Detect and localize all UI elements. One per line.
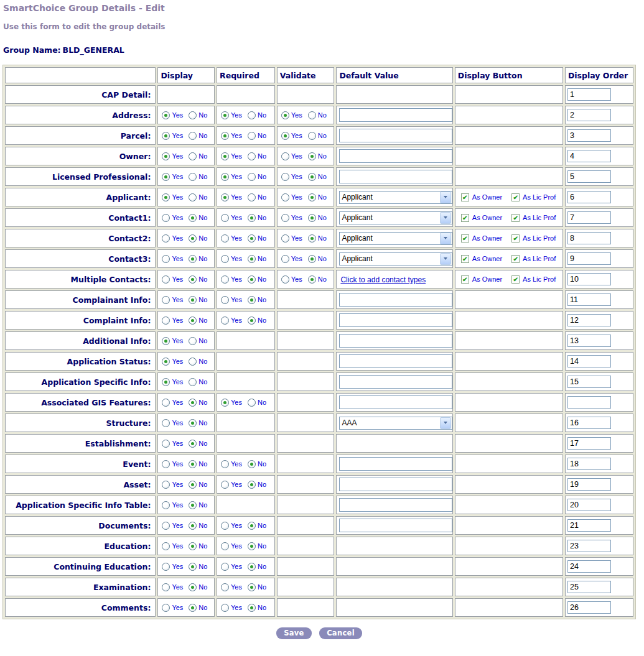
display-order-input[interactable] bbox=[567, 314, 611, 326]
default-value-input[interactable] bbox=[339, 519, 452, 532]
display-no-radio[interactable] bbox=[189, 337, 197, 345]
cancel-button[interactable]: Cancel bbox=[319, 627, 362, 639]
default-value-input[interactable] bbox=[339, 149, 452, 163]
required-no-radio[interactable] bbox=[248, 460, 256, 468]
required-no-radio[interactable] bbox=[248, 399, 256, 407]
display-no-radio[interactable] bbox=[189, 522, 197, 530]
display-yes-radio[interactable] bbox=[162, 234, 170, 243]
display-yes-radio[interactable] bbox=[162, 419, 170, 427]
validate-yes-radio[interactable] bbox=[281, 275, 289, 284]
required-yes-radio[interactable] bbox=[221, 399, 229, 407]
display-order-input[interactable] bbox=[567, 417, 611, 429]
as-owner-checkbox[interactable]: ✔ bbox=[461, 275, 469, 284]
as-lic-prof-checkbox[interactable]: ✔ bbox=[511, 234, 520, 243]
display-no-radio[interactable] bbox=[189, 378, 197, 386]
display-no-radio[interactable] bbox=[189, 460, 197, 468]
display-no-radio[interactable] bbox=[189, 481, 197, 489]
display-yes-radio[interactable] bbox=[162, 399, 170, 407]
validate-yes-radio[interactable] bbox=[281, 111, 289, 119]
default-value-input[interactable] bbox=[339, 478, 452, 491]
required-yes-radio[interactable] bbox=[221, 234, 229, 243]
required-yes-radio[interactable] bbox=[221, 460, 229, 468]
display-no-radio[interactable] bbox=[189, 296, 197, 304]
required-yes-radio[interactable] bbox=[221, 173, 229, 181]
display-no-radio[interactable] bbox=[189, 193, 197, 201]
default-value-input[interactable] bbox=[339, 354, 452, 368]
display-no-radio[interactable] bbox=[189, 275, 197, 284]
validate-yes-radio[interactable] bbox=[281, 234, 289, 243]
default-value-select[interactable]: Applicant bbox=[339, 211, 452, 224]
display-yes-radio[interactable] bbox=[162, 460, 170, 468]
display-order-input[interactable] bbox=[567, 211, 611, 224]
validate-no-radio[interactable] bbox=[308, 193, 316, 201]
display-no-radio[interactable] bbox=[189, 501, 197, 509]
required-no-radio[interactable] bbox=[248, 522, 256, 530]
validate-no-radio[interactable] bbox=[308, 132, 316, 140]
display-order-input[interactable] bbox=[567, 478, 611, 491]
display-yes-radio[interactable] bbox=[162, 111, 170, 119]
as-lic-prof-checkbox[interactable]: ✔ bbox=[511, 193, 520, 201]
display-order-input[interactable] bbox=[567, 519, 611, 532]
display-no-radio[interactable] bbox=[189, 440, 197, 448]
as-owner-checkbox[interactable]: ✔ bbox=[461, 214, 469, 222]
display-yes-radio[interactable] bbox=[162, 378, 170, 386]
required-no-radio[interactable] bbox=[248, 481, 256, 489]
display-yes-radio[interactable] bbox=[162, 214, 170, 222]
display-no-radio[interactable] bbox=[189, 358, 197, 366]
required-no-radio[interactable] bbox=[248, 173, 256, 181]
as-lic-prof-checkbox[interactable]: ✔ bbox=[511, 255, 520, 263]
save-button[interactable]: Save bbox=[276, 627, 312, 639]
required-no-radio[interactable] bbox=[248, 583, 256, 591]
as-owner-checkbox[interactable]: ✔ bbox=[461, 255, 469, 263]
display-yes-radio[interactable] bbox=[162, 337, 170, 345]
required-yes-radio[interactable] bbox=[221, 296, 229, 304]
display-yes-radio[interactable] bbox=[162, 275, 170, 284]
display-order-input[interactable] bbox=[567, 293, 611, 306]
default-value-input[interactable] bbox=[339, 457, 452, 471]
required-no-radio[interactable] bbox=[248, 316, 256, 325]
display-no-radio[interactable] bbox=[189, 563, 197, 571]
required-yes-radio[interactable] bbox=[221, 275, 229, 284]
add-contact-types-link[interactable]: Click to add contact types bbox=[338, 275, 426, 284]
display-order-input[interactable] bbox=[567, 232, 611, 244]
required-no-radio[interactable] bbox=[248, 542, 256, 550]
display-no-radio[interactable] bbox=[189, 111, 197, 119]
display-order-input[interactable] bbox=[567, 355, 611, 367]
required-yes-radio[interactable] bbox=[221, 542, 229, 550]
validate-no-radio[interactable] bbox=[308, 214, 316, 222]
display-yes-radio[interactable] bbox=[162, 481, 170, 489]
required-no-radio[interactable] bbox=[248, 275, 256, 284]
display-yes-radio[interactable] bbox=[162, 152, 170, 160]
default-value-select[interactable]: Applicant bbox=[339, 232, 452, 245]
required-yes-radio[interactable] bbox=[221, 522, 229, 530]
required-no-radio[interactable] bbox=[248, 255, 256, 263]
required-yes-radio[interactable] bbox=[221, 563, 229, 571]
required-no-radio[interactable] bbox=[248, 193, 256, 201]
display-yes-radio[interactable] bbox=[162, 316, 170, 325]
as-owner-checkbox[interactable]: ✔ bbox=[461, 234, 469, 243]
default-value-input[interactable] bbox=[339, 170, 452, 183]
display-order-input[interactable] bbox=[567, 88, 611, 101]
display-no-radio[interactable] bbox=[189, 214, 197, 222]
display-yes-radio[interactable] bbox=[162, 193, 170, 201]
display-yes-radio[interactable] bbox=[162, 583, 170, 591]
display-order-input[interactable] bbox=[567, 109, 611, 121]
display-yes-radio[interactable] bbox=[162, 501, 170, 509]
display-order-input[interactable] bbox=[567, 601, 611, 614]
display-order-input[interactable] bbox=[567, 396, 611, 409]
display-no-radio[interactable] bbox=[189, 316, 197, 325]
required-yes-radio[interactable] bbox=[221, 604, 229, 612]
display-yes-radio[interactable] bbox=[162, 542, 170, 550]
required-yes-radio[interactable] bbox=[221, 255, 229, 263]
display-order-input[interactable] bbox=[567, 437, 611, 450]
required-yes-radio[interactable] bbox=[221, 111, 229, 119]
display-order-input[interactable] bbox=[567, 335, 611, 347]
display-no-radio[interactable] bbox=[189, 152, 197, 160]
display-order-input[interactable] bbox=[567, 458, 611, 470]
required-no-radio[interactable] bbox=[248, 132, 256, 140]
default-value-input[interactable] bbox=[339, 108, 452, 122]
display-order-input[interactable] bbox=[567, 560, 611, 573]
default-value-input[interactable] bbox=[339, 313, 452, 327]
validate-no-radio[interactable] bbox=[308, 152, 316, 160]
display-no-radio[interactable] bbox=[189, 132, 197, 140]
